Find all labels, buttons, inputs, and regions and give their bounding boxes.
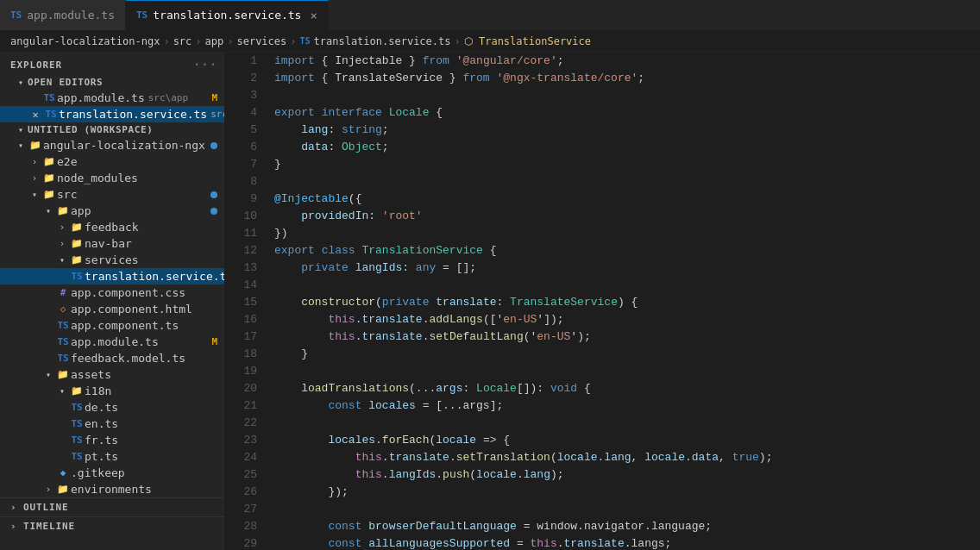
tree-folder-root[interactable]: ▾ 📁 angular-localization-ngx — [0, 137, 224, 153]
close-icon[interactable]: ✕ — [28, 109, 43, 121]
timeline-header[interactable]: › TIMELINE — [0, 516, 224, 535]
token: . — [375, 434, 382, 447]
explorer-menu-button[interactable]: ··· — [193, 58, 217, 72]
tree-folder-src[interactable]: ▾ 📁 src — [0, 186, 224, 203]
folder-icon: 📁 — [28, 140, 43, 151]
tree-file-pt-ts[interactable]: TS pt.ts — [0, 448, 224, 465]
tree-file-gitkeep[interactable]: ◆ .gitkeep — [0, 465, 224, 481]
breadcrumb-sep: › — [195, 35, 201, 47]
token — [382, 106, 389, 119]
tree-file-en-ts[interactable]: TS en.ts — [0, 416, 224, 432]
code-area[interactable]: 1234567891011121314151617181920212223242… — [224, 53, 980, 550]
tree-file-fr-ts[interactable]: TS fr.ts — [0, 432, 224, 448]
line-number: 7 — [242, 156, 257, 173]
token: = [...args]; — [416, 399, 503, 412]
code-line: constructor(private translate: Translate… — [274, 294, 980, 311]
token: this — [355, 468, 382, 481]
token — [274, 434, 328, 447]
token: (... — [409, 382, 436, 395]
file-label: pt.ts — [85, 450, 118, 463]
token: class — [322, 244, 355, 257]
token: export — [274, 106, 315, 119]
code-line: }); — [274, 484, 980, 501]
code-line — [274, 415, 980, 432]
line-number: 27 — [242, 501, 257, 518]
open-editors-header[interactable]: ▾ OPEN EDITORS — [0, 75, 224, 90]
token: = — [510, 537, 530, 550]
token: addLangs — [429, 313, 482, 326]
token: private — [301, 261, 349, 274]
tree-file-app-ts[interactable]: TS app.component.ts — [0, 317, 224, 334]
token: { — [429, 106, 443, 119]
token: . — [685, 451, 692, 464]
folder-label: assets — [71, 368, 111, 381]
chevron-right-icon: › — [55, 239, 69, 248]
line-number: 11 — [242, 225, 257, 242]
token: '@angular/core' — [456, 54, 557, 67]
token: ; — [382, 141, 389, 153]
code-line — [274, 87, 980, 104]
token: ; — [638, 72, 644, 84]
tab-close-button[interactable]: × — [310, 9, 317, 22]
token: Locale — [389, 106, 430, 119]
breadcrumb-part[interactable]: translation.service.ts — [314, 35, 451, 47]
folder-icon: 📁 — [55, 484, 71, 495]
tree-file-de-ts[interactable]: TS de.ts — [0, 399, 224, 416]
breadcrumb-part[interactable]: services — [236, 35, 286, 47]
token — [315, 106, 322, 119]
open-editor-translation-service[interactable]: ✕ TS translation.service.ts src\app\serv… — [0, 106, 224, 122]
tree-file-app-html[interactable]: ◇ app.component.html — [0, 301, 224, 317]
token — [274, 141, 301, 153]
line-number: 5 — [242, 122, 257, 139]
token: ( — [469, 468, 476, 481]
tree-folder-assets[interactable]: ▾ 📁 assets — [0, 366, 224, 383]
chevron-down-icon: ▾ — [41, 370, 55, 379]
tree-folder-environments[interactable]: › 📁 environments — [0, 481, 224, 497]
token: } — [274, 158, 281, 171]
tree-folder-nav-bar[interactable]: › 📁 nav-bar — [0, 235, 224, 252]
breadcrumb-part[interactable]: angular-localization-ngx — [10, 35, 160, 47]
ts-icon: TS — [55, 353, 71, 364]
breadcrumb-class[interactable]: ⬡ TranslationService — [464, 35, 591, 47]
folder-icon: 📁 — [69, 385, 85, 397]
code-line: }) — [274, 225, 980, 242]
workspace-header[interactable]: ▾ UNTITLED (WORKSPACE) — [0, 122, 224, 137]
token: from — [462, 72, 489, 84]
token: ); — [759, 451, 773, 464]
tree-file-app-css[interactable]: # app.component.css — [0, 284, 224, 301]
outline-header[interactable]: › OUTLINE — [0, 497, 224, 516]
tree-folder-feedback[interactable]: › 📁 feedback — [0, 219, 224, 235]
breadcrumb-part[interactable]: app — [205, 35, 224, 47]
token: push — [443, 468, 469, 481]
folder-label: services — [85, 253, 139, 266]
tree-folder-node-modules[interactable]: › 📁 node_modules — [0, 170, 224, 186]
code-line — [274, 277, 980, 294]
tree-folder-services[interactable]: ▾ 📁 services — [0, 252, 224, 268]
tree-folder-i18n[interactable]: ▾ 📁 i18n — [0, 383, 224, 399]
token: const — [328, 399, 361, 412]
line-number: 17 — [242, 328, 257, 346]
token: .langs; — [625, 537, 672, 550]
token: constructor — [301, 296, 375, 309]
tree-folder-app[interactable]: ▾ 📁 app — [0, 203, 224, 219]
tree-folder-e2e[interactable]: › 📁 e2e — [0, 153, 224, 170]
breadcrumb-part[interactable]: src — [173, 35, 192, 47]
open-editor-app-module[interactable]: TS app.module.ts src\app M — [0, 90, 224, 106]
code-line: lang: string; — [274, 122, 980, 139]
line-number: 15 — [242, 294, 257, 311]
line-number: 22 — [242, 415, 257, 432]
tree-file-translation-service[interactable]: TS translation.service.ts — [0, 268, 224, 284]
tree-file-feedback-model[interactable]: TS feedback.model.ts — [0, 350, 224, 366]
token — [274, 520, 328, 533]
tab-translation-service[interactable]: TS translation.service.ts × — [126, 0, 329, 30]
line-number: 18 — [242, 346, 257, 363]
code-content[interactable]: import { Injectable } from '@angular/cor… — [267, 53, 980, 550]
tree-file-app-module[interactable]: TS app.module.ts M — [0, 334, 224, 350]
token: 'root' — [382, 209, 423, 222]
tab-app-module[interactable]: TS app.module.ts — [0, 0, 126, 30]
token: { Injectable } — [315, 54, 423, 67]
line-number: 9 — [242, 191, 257, 208]
tab-label: app.module.ts — [27, 9, 115, 22]
token: lang — [604, 451, 631, 464]
token: { — [483, 244, 497, 257]
